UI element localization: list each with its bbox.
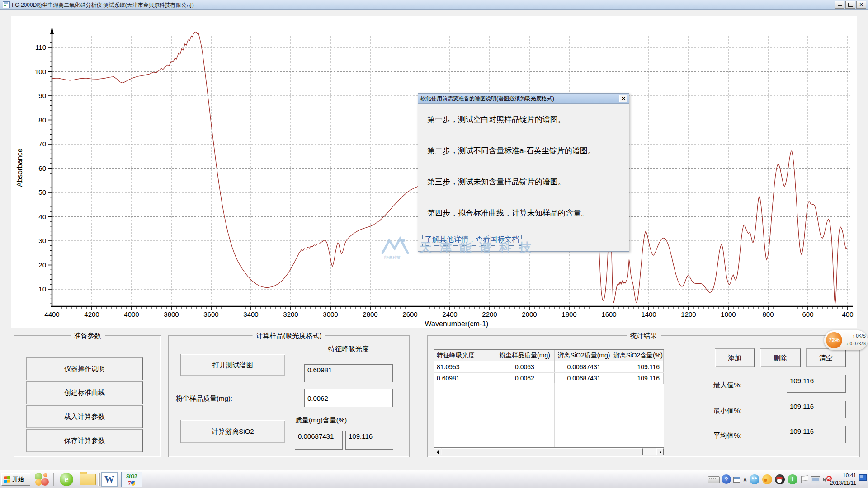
prepare-params-title: 准备参数 xyxy=(71,332,105,340)
window-title: FC-2000D粉尘中游离二氧化硅分析仪 测试系统(天津市金贝尔科技有限公司) xyxy=(12,1,194,9)
minimize-button[interactable] xyxy=(835,1,844,9)
chevron-icon[interactable]: ∧ xyxy=(742,474,748,484)
restore-window-icon[interactable] xyxy=(733,474,741,484)
svg-text:20: 20 xyxy=(38,261,46,269)
sio2-app-icon[interactable]: SiO2 7 xyxy=(121,472,142,487)
qq-pet-icon[interactable] xyxy=(750,474,760,484)
network-speed-badge[interactable]: 72% ↑ 0K/S ↓ 0.07K/S xyxy=(824,330,868,350)
calc-free-sio2-button[interactable]: 计算游离SiO2 xyxy=(180,420,285,443)
flag-icon[interactable] xyxy=(801,474,811,484)
max-value-field: 109.116 xyxy=(787,375,846,393)
table-header-cell: 特征峰吸光度 xyxy=(434,350,495,361)
table-cell: 0.0063 xyxy=(495,361,555,372)
chick-icon[interactable] xyxy=(762,474,772,484)
table-row[interactable]: 81.09530.00630.00687431109.116 xyxy=(434,361,664,373)
upload-rate: 0K/S xyxy=(856,333,866,338)
dialog-step-3: 第三步，测试未知含量样品锭片的谱图。 xyxy=(427,177,566,187)
title-bar: FC-2000D粉尘中游离二氧化硅分析仪 测试系统(天津市金贝尔科技有限公司) … xyxy=(0,0,868,10)
network-icon[interactable] xyxy=(811,474,821,484)
avg-label: 平均值%: xyxy=(713,432,742,440)
table-row[interactable]: 0.609810.00620.00687431109.116 xyxy=(434,373,664,384)
folder-icon[interactable] xyxy=(80,474,96,485)
create-standard-curve-button[interactable]: 创建标准曲线 xyxy=(26,381,143,404)
svg-text:3400: 3400 xyxy=(243,310,258,318)
svg-text:800: 800 xyxy=(762,310,774,318)
scroll-right-button[interactable] xyxy=(656,448,664,455)
stats-table[interactable]: 特征峰吸光度粉尘样品质量(mg)游离SiO2质量(mg)游离SiO2含量(%)8… xyxy=(434,349,664,448)
svg-text:1200: 1200 xyxy=(681,310,696,318)
stats-results-title: 统计结果 xyxy=(627,332,661,340)
instrument-manual-button[interactable]: 仪器操作说明 xyxy=(26,357,143,380)
upload-arrow-icon: ↑ xyxy=(853,333,855,338)
word-icon[interactable]: W xyxy=(101,472,118,487)
svg-text:2600: 2600 xyxy=(402,310,417,318)
close-button[interactable]: ✕ xyxy=(856,1,866,9)
svg-text:90: 90 xyxy=(38,92,46,99)
dialog-step-4: 第四步，拟合标准曲线，计算未知样品的含量。 xyxy=(427,208,589,218)
scroll-left-button[interactable] xyxy=(434,448,441,455)
qq-icon[interactable] xyxy=(775,474,785,484)
svg-text:50: 50 xyxy=(38,188,46,196)
colorful-suite-icon[interactable] xyxy=(34,472,49,487)
tray-clock[interactable]: 10:41 2013/11/11 xyxy=(830,472,856,487)
show-desktop-icon[interactable] xyxy=(859,474,867,481)
green-plus-icon[interactable]: + xyxy=(788,474,797,484)
svg-text:2800: 2800 xyxy=(363,310,377,318)
open-test-spectrum-button[interactable]: 打开测试谱图 xyxy=(180,354,285,376)
help-icon[interactable]: ? xyxy=(722,474,731,484)
dialog-title-bar: 软化使用前需要准备的谱图说明(谱图必须为吸光度格式) xyxy=(418,94,629,104)
svg-text:80: 80 xyxy=(38,116,46,124)
keyboard-icon[interactable] xyxy=(708,474,718,484)
quicklaunch-separator-1 xyxy=(98,473,98,486)
free-sio2-mass-field: 0.00687431 xyxy=(295,431,343,450)
dust-mass-input[interactable] xyxy=(304,389,393,407)
min-value-field: 109.116 xyxy=(787,401,846,418)
table-cell: 109.116 xyxy=(613,361,664,372)
svg-text:Wavenumber(cm-1): Wavenumber(cm-1) xyxy=(425,320,489,328)
peak-absorbance-label: 特征峰吸光度 xyxy=(304,345,393,353)
clear-button[interactable]: 清空 xyxy=(806,348,846,367)
table-cell: 0.60981 xyxy=(434,373,495,384)
svg-text:3000: 3000 xyxy=(323,310,338,318)
peak-absorbance-field: 0.60981 xyxy=(304,364,393,382)
min-label: 最小值%: xyxy=(713,407,742,415)
clock-time: 10:41 xyxy=(830,472,856,479)
save-calc-params-button[interactable]: 保存计算参数 xyxy=(26,429,143,452)
maximize-button[interactable] xyxy=(845,1,855,9)
delete-button[interactable]: 删除 xyxy=(760,348,801,367)
svg-text:4200: 4200 xyxy=(84,310,99,318)
svg-text:1600: 1600 xyxy=(601,310,616,318)
dialog-step-1: 第一步，测试空白对照样品锭片的谱图。 xyxy=(427,114,566,125)
memory-usage-ball[interactable]: 72% xyxy=(826,332,842,348)
e-browser-icon[interactable]: e xyxy=(60,473,73,486)
svg-text:1400: 1400 xyxy=(641,310,656,318)
scroll-thumb[interactable] xyxy=(442,448,643,455)
table-cell: 0.00687431 xyxy=(555,361,613,372)
load-calc-params-button[interactable]: 载入计算参数 xyxy=(26,405,143,428)
start-label: 开始 xyxy=(12,475,24,483)
dialog-close-button[interactable]: ✕ xyxy=(619,95,627,102)
svg-text:10: 10 xyxy=(38,285,46,293)
app-icon xyxy=(3,1,10,8)
uac-shield-icon xyxy=(131,481,135,486)
taskbar: 开始 e W SiO2 7 ? ∧ + 10:41 2013/11/11 xyxy=(0,470,868,488)
svg-text:3600: 3600 xyxy=(203,310,218,318)
svg-text:30: 30 xyxy=(38,237,46,244)
table-hscrollbar[interactable] xyxy=(434,448,664,455)
svg-text:4400: 4400 xyxy=(44,310,59,318)
stats-results-group: 统计结果 特征峰吸光度粉尘样品质量(mg)游离SiO2质量(mg)游离SiO2含… xyxy=(427,335,860,457)
national-standard-link[interactable]: 了解其他详情，查看国标文档 xyxy=(422,234,522,246)
svg-text:2400: 2400 xyxy=(442,310,457,318)
add-button[interactable]: 添加 xyxy=(715,348,755,367)
svg-text:4000: 4000 xyxy=(124,310,139,318)
start-button[interactable]: 开始 xyxy=(1,473,30,486)
clock-date: 2013/11/11 xyxy=(830,479,856,487)
table-header-cell: 游离SiO2质量(mg) xyxy=(555,350,613,361)
calc-sample-group: 计算样品(吸光度格式) 打开测试谱图 特征峰吸光度 0.60981 粉尘样品质量… xyxy=(168,335,410,457)
table-cell: 0.0062 xyxy=(495,373,555,384)
svg-text:1800: 1800 xyxy=(561,310,576,318)
table-cell: 109.116 xyxy=(613,373,664,384)
quicklaunch-separator-2 xyxy=(99,473,100,486)
free-sio2-percent-field: 109.116 xyxy=(345,431,393,450)
download-arrow-icon: ↓ xyxy=(846,341,849,346)
